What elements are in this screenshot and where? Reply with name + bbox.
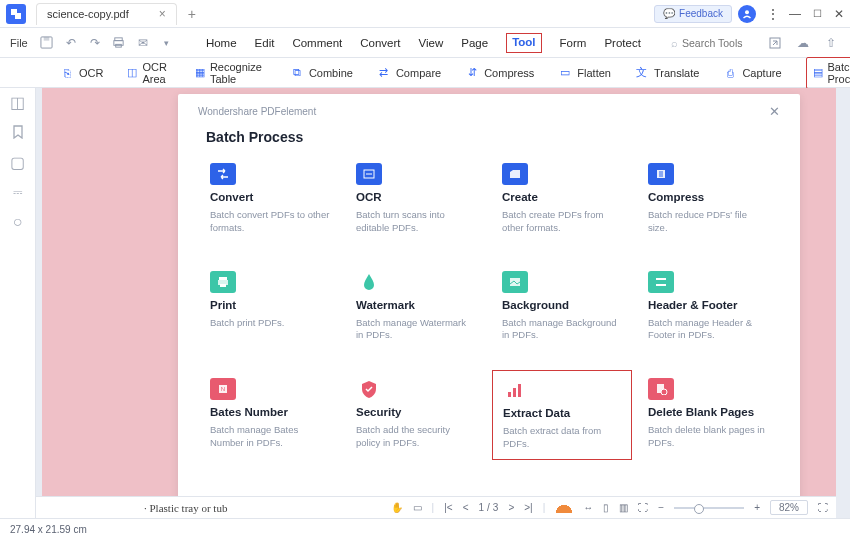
menu-view[interactable]: View <box>419 33 444 53</box>
page-dimensions: 27.94 x 21.59 cm <box>10 524 87 535</box>
close-window-icon[interactable]: ✕ <box>828 3 850 25</box>
translate-icon: 文 <box>635 66 649 80</box>
chevron-down-icon[interactable]: ▾ <box>158 34 176 52</box>
chat-icon: 💬 <box>663 8 675 19</box>
next-page-icon[interactable]: > <box>508 502 514 513</box>
batch-process-dialog: Wondershare PDFelement ✕ Batch Process C… <box>178 94 800 506</box>
attachment-icon[interactable]: ⎓ <box>10 184 26 200</box>
tool-capture[interactable]: ⎙Capture <box>723 66 781 80</box>
batch-header-footer[interactable]: Header & Footer Batch manage Header & Fo… <box>644 267 772 347</box>
feedback-button[interactable]: 💬 Feedback <box>654 5 732 23</box>
menu-protect[interactable]: Protect <box>604 33 640 53</box>
user-avatar[interactable] <box>738 5 756 23</box>
ocr-icon: ⎘ <box>60 66 74 80</box>
flatten-icon: ▭ <box>558 66 572 80</box>
tool-flatten[interactable]: ▭Flatten <box>558 66 611 80</box>
menu-comment[interactable]: Comment <box>292 33 342 53</box>
tool-translate[interactable]: 文Translate <box>635 66 699 80</box>
file-menu[interactable]: File <box>10 37 28 49</box>
menu-convert[interactable]: Convert <box>360 33 400 53</box>
modal-title: Batch Process <box>206 129 780 145</box>
zoom-value[interactable]: 82% <box>770 500 808 515</box>
batch-compress[interactable]: Compress Batch reduce PDFs' file size. <box>644 159 772 239</box>
more-menu-icon[interactable]: ⋮ <box>762 3 784 25</box>
svg-rect-14 <box>656 284 666 286</box>
page-indicator[interactable]: 1/3 <box>479 502 499 513</box>
close-tab-icon[interactable]: × <box>159 7 166 21</box>
tool-recognize-table[interactable]: ▦Recognize Table <box>195 61 266 85</box>
view-single-icon[interactable]: ▯ <box>603 502 609 513</box>
print-card-icon <box>210 271 236 293</box>
zoom-out-icon[interactable]: − <box>658 502 664 513</box>
first-page-icon[interactable]: |< <box>444 502 452 513</box>
annotation-icon[interactable]: ▢ <box>10 154 26 170</box>
svg-point-0 <box>745 10 749 14</box>
search-tools[interactable]: ⌕ <box>671 37 752 49</box>
read-mode-icon[interactable]: ⛶ <box>638 502 648 513</box>
compress-card-icon <box>648 163 674 185</box>
batch-extract-data[interactable]: Extract Data Batch extract data from PDF… <box>492 370 632 460</box>
app-logo-icon <box>6 4 26 24</box>
zoom-slider[interactable] <box>674 507 744 509</box>
modal-brand: Wondershare PDFelement <box>198 106 316 117</box>
capture-icon: ⎙ <box>723 66 737 80</box>
tool-combine[interactable]: ⧉Combine <box>290 66 353 80</box>
left-sidebar: ◫ ▢ ⎓ ○ <box>0 88 36 518</box>
tool-ocr[interactable]: ⎘OCR <box>60 66 103 80</box>
tool-batch-process[interactable]: ▤Batch Process <box>806 57 850 89</box>
search-panel-icon[interactable]: ○ <box>10 214 26 230</box>
tool-compress[interactable]: ⇵Compress <box>465 66 534 80</box>
tool-compare[interactable]: ⇄Compare <box>377 66 441 80</box>
watermark-icon <box>356 271 382 293</box>
undo-icon[interactable]: ↶ <box>62 34 80 52</box>
batch-print[interactable]: Print Batch print PDFs. <box>206 267 334 347</box>
search-input[interactable] <box>682 37 752 49</box>
zoom-in-icon[interactable]: + <box>754 502 760 513</box>
tool-ocr-area[interactable]: ◫OCR Area <box>127 61 170 85</box>
menu-home[interactable]: Home <box>206 33 237 53</box>
compare-icon: ⇄ <box>377 66 391 80</box>
maximize-icon[interactable]: ☐ <box>806 3 828 25</box>
menu-edit[interactable]: Edit <box>255 33 275 53</box>
batch-security[interactable]: Security Batch add the security policy i… <box>352 374 480 456</box>
cloud-icon[interactable]: ☁ <box>794 34 812 52</box>
table-icon: ▦ <box>195 66 205 80</box>
new-tab-button[interactable]: + <box>183 5 201 23</box>
share-icon[interactable] <box>766 34 784 52</box>
batch-options-grid: Convert Batch convert PDFs to other form… <box>198 159 780 456</box>
batch-ocr[interactable]: OCR Batch turn scans into editable PDFs. <box>352 159 480 239</box>
title-bar: science-copy.pdf × + 💬 Feedback ⋮ — ☐ ✕ <box>0 0 850 28</box>
menu-tool[interactable]: Tool <box>506 33 541 53</box>
batch-convert[interactable]: Convert Batch convert PDFs to other form… <box>206 159 334 239</box>
select-tool-icon[interactable]: ▭ <box>413 502 422 513</box>
view-continuous-icon[interactable]: ▥ <box>619 502 628 513</box>
batch-bates-number[interactable]: N Bates Number Batch manage Bates Number… <box>206 374 334 456</box>
prev-page-icon[interactable]: < <box>463 502 469 513</box>
workspace: ◫ ▢ ⎓ ○ Willow Creek High School Wonders… <box>0 88 850 518</box>
batch-background[interactable]: Background Batch manage Background in PD… <box>498 267 626 347</box>
menu-form[interactable]: Form <box>560 33 587 53</box>
batch-watermark[interactable]: Watermark Batch manage Watermark in PDFs… <box>352 267 480 347</box>
last-page-icon[interactable]: >| <box>524 502 532 513</box>
redo-icon[interactable]: ↷ <box>86 34 104 52</box>
delete-pages-icon <box>648 378 674 400</box>
search-icon: ⌕ <box>671 37 678 49</box>
document-canvas: Willow Creek High School Wondershare PDF… <box>42 88 836 506</box>
document-tab[interactable]: science-copy.pdf × <box>36 3 177 25</box>
fit-width-icon[interactable]: ↔ <box>583 502 593 513</box>
close-dialog-icon[interactable]: ✕ <box>769 104 780 119</box>
bookmark-icon[interactable] <box>10 124 26 140</box>
menu-page[interactable]: Page <box>461 33 488 53</box>
fullscreen-icon[interactable]: ⛶ <box>818 502 828 513</box>
print-icon[interactable] <box>110 34 128 52</box>
svg-rect-9 <box>219 277 227 280</box>
email-icon[interactable]: ✉ <box>134 34 152 52</box>
hand-tool-icon[interactable]: ✋ <box>391 502 403 513</box>
convert-icon <box>210 163 236 185</box>
minimize-icon[interactable]: — <box>784 3 806 25</box>
batch-create[interactable]: Create Batch create PDFs from other form… <box>498 159 626 239</box>
upload-icon[interactable]: ⇧ <box>822 34 840 52</box>
save-icon[interactable] <box>38 34 56 52</box>
batch-delete-blank[interactable]: Delete Blank Pages Batch delete blank pa… <box>644 374 772 456</box>
thumbnails-icon[interactable]: ◫ <box>10 94 26 110</box>
